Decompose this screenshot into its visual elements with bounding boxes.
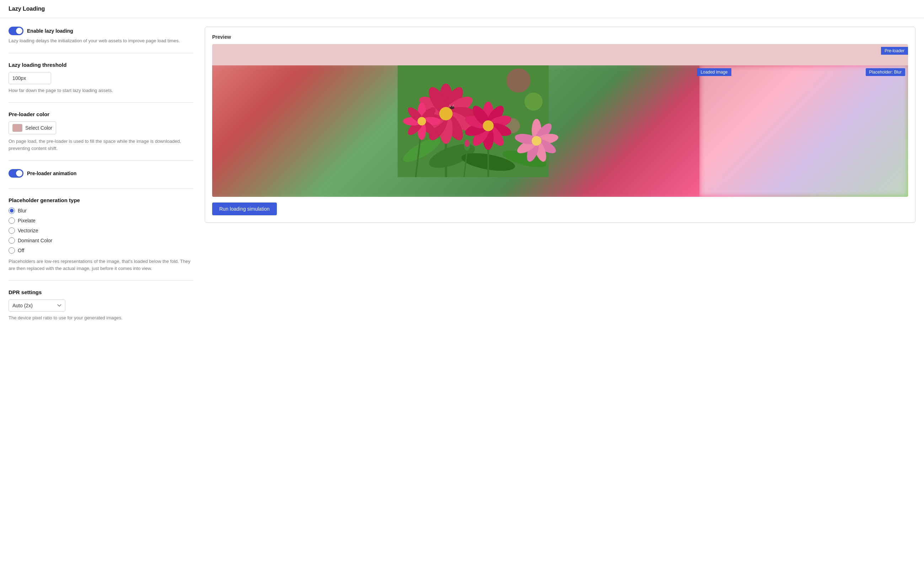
svg-point-2: [524, 93, 543, 111]
preview-image-container: Pre-loader Placeholder: Blur: [212, 44, 908, 197]
color-button-label: Select Color: [25, 125, 52, 131]
lazy-loading-section: Enable lazy loading Lazy loading delays …: [9, 27, 193, 53]
dpr-select[interactable]: Auto (2x) 1x 2x 3x: [9, 300, 65, 312]
right-panel: Preview Pre-loader Placeholder: Blur: [205, 27, 915, 223]
preloader-color-section: Pre-loader color Select Color On page lo…: [9, 111, 193, 160]
radio-pixelate[interactable]: Pixelate: [9, 218, 193, 224]
threshold-input[interactable]: [9, 72, 51, 84]
svg-point-49: [464, 140, 469, 147]
radio-dominant-label: Dominant Color: [18, 238, 52, 243]
blur-right: [699, 65, 908, 197]
preloader-animation-toggle[interactable]: [9, 169, 24, 178]
dpr-section: DPR settings Auto (2x) 1x 2x 3x The devi…: [9, 289, 193, 330]
lazy-loading-label: Enable lazy loading: [27, 28, 73, 34]
loaded-image-area: Loaded image: [212, 65, 734, 177]
page-title: Lazy Loading: [9, 6, 915, 12]
placeholder-radio-group: Blur Pixelate Vectorize Dominant Color O…: [9, 207, 193, 254]
preloader-animation-label: Pre-loader animation: [27, 171, 77, 176]
svg-point-21: [439, 107, 452, 120]
preloader-color-description: On page load, the pre-loader is used to …: [9, 138, 193, 152]
preloader-animation-section: Pre-loader animation: [9, 169, 193, 189]
select-color-button[interactable]: Select Color: [9, 122, 56, 134]
svg-point-36: [482, 120, 494, 132]
left-panel: Enable lazy loading Lazy loading delays …: [9, 27, 193, 339]
threshold-title: Lazy loading threshold: [9, 62, 193, 68]
preloader-color-title: Pre-loader color: [9, 111, 193, 117]
radio-off-label: Off: [18, 248, 24, 253]
svg-point-1: [506, 69, 530, 93]
color-swatch: [12, 124, 23, 132]
radio-off[interactable]: Off: [9, 247, 193, 254]
page-header: Lazy Loading: [0, 0, 924, 18]
run-simulation-button[interactable]: Run loading simulation: [212, 202, 277, 215]
placeholder-blur-area: Placeholder: Blur: [212, 65, 908, 197]
lazy-loading-description: Lazy loading delays the initialization o…: [9, 37, 193, 44]
placeholder-badge: Placeholder: Blur: [866, 68, 905, 76]
loaded-badge: Loaded image: [697, 68, 731, 76]
dpr-description: The device pixel ratio to use for your g…: [9, 314, 193, 321]
radio-vectorize-label: Vectorize: [18, 228, 38, 233]
radio-dominant-color[interactable]: Dominant Color: [9, 237, 193, 244]
lazy-loading-toggle[interactable]: [9, 27, 24, 35]
radio-blur[interactable]: Blur: [9, 207, 193, 214]
threshold-section: Lazy loading threshold How far down the …: [9, 62, 193, 103]
svg-point-22: [449, 106, 455, 110]
flower-svg: [212, 65, 734, 177]
radio-pixelate-label: Pixelate: [18, 218, 36, 224]
preloader-badge: Pre-loader: [881, 47, 908, 55]
threshold-description: How far down the page to start lazy load…: [9, 87, 193, 94]
blur-right-inner: [699, 65, 908, 197]
svg-point-58: [532, 136, 541, 146]
radio-vectorize[interactable]: Vectorize: [9, 227, 193, 234]
placeholder-title: Placeholder generation type: [9, 197, 193, 203]
preview-label: Preview: [212, 34, 908, 40]
radio-blur-label: Blur: [18, 208, 27, 213]
placeholder-description: Placeholders are low-res representations…: [9, 258, 193, 272]
placeholder-section: Placeholder generation type Blur Pixelat…: [9, 197, 193, 280]
dpr-title: DPR settings: [9, 289, 193, 295]
svg-point-46: [418, 117, 426, 125]
